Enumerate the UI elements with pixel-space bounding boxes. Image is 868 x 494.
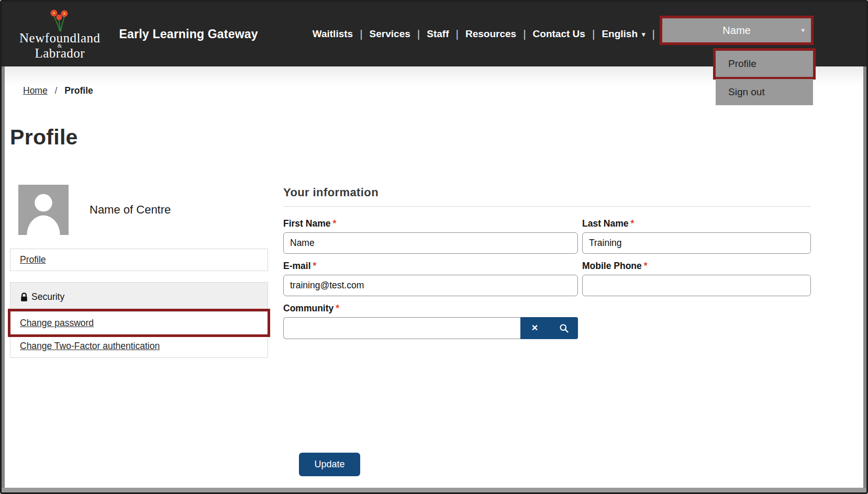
sidebar-item-profile[interactable]: Profile	[10, 249, 268, 271]
last-name-input[interactable]	[582, 232, 811, 254]
first-name-label: First Name*	[283, 218, 578, 229]
nav-separator: |	[652, 28, 655, 40]
browser-window: Newfoundland & Labrador Early Learning G…	[0, 0, 868, 494]
user-dropdown-menu: Profile Sign out	[716, 51, 813, 105]
user-menu-button[interactable]: Name ▾	[662, 18, 811, 42]
pitcher-plant-icon	[48, 8, 72, 31]
window-frame-left	[2, 66, 5, 492]
required-asterisk: *	[336, 303, 339, 313]
community-field-group: Community* ✕	[283, 303, 578, 339]
chevron-down-icon: ▾	[642, 31, 646, 38]
page-content: Home / Profile Profile Name of Centre Pr…	[2, 66, 866, 492]
avatar	[18, 185, 69, 235]
community-clear-button[interactable]: ✕	[520, 317, 549, 339]
menu-item-profile[interactable]: Profile	[716, 51, 813, 77]
breadcrumb: Home / Profile	[23, 85, 93, 96]
security-header-label: Security	[31, 291, 64, 302]
nav-item-waitlists[interactable]: Waitlists	[306, 28, 360, 40]
mobile-phone-field-group: Mobile Phone*	[582, 261, 811, 296]
email-field-group: E-mail*	[283, 261, 578, 296]
app-title: Early Learning Gateway	[119, 27, 258, 41]
clear-icon: ✕	[531, 324, 538, 332]
centre-name: Name of Centre	[90, 203, 171, 217]
lock-icon	[20, 293, 28, 302]
security-panel: Security Change password Change Two-Fact…	[10, 282, 268, 358]
required-asterisk: *	[631, 218, 635, 229]
nav-item-resources[interactable]: Resources	[459, 28, 523, 40]
email-field[interactable]	[283, 275, 578, 296]
profile-link[interactable]: Profile	[20, 254, 46, 265]
change-two-factor-link[interactable]: Change Two-Factor authentication	[20, 341, 160, 351]
profile-sidebar: Name of Centre Profile Security Change p…	[10, 185, 268, 358]
nl-government-logo[interactable]: Newfoundland & Labrador	[19, 8, 101, 60]
mobile-phone-label: Mobile Phone*	[582, 261, 811, 272]
nav-item-services[interactable]: Services	[363, 28, 417, 40]
sidebar-item-change-two-factor[interactable]: Change Two-Factor authentication	[10, 334, 268, 357]
section-divider	[283, 206, 811, 207]
user-menu-label: Name	[722, 25, 750, 36]
search-icon	[559, 323, 569, 333]
security-header: Security	[10, 283, 268, 311]
section-title: Your information	[283, 186, 811, 199]
breadcrumb-current: Profile	[64, 85, 93, 96]
form-fields: First Name* Last Name* E-mail*	[283, 218, 811, 346]
required-asterisk: *	[332, 218, 336, 229]
window-frame-right	[863, 66, 866, 492]
mobile-phone-input[interactable]	[582, 275, 811, 296]
centre-card: Name of Centre	[10, 185, 268, 235]
community-label: Community*	[283, 303, 578, 314]
nav-item-contact-us[interactable]: Contact Us	[526, 28, 592, 40]
chevron-down-icon: ▾	[801, 27, 805, 33]
first-name-field-group: First Name*	[283, 218, 578, 254]
community-lookup: ✕	[283, 317, 578, 339]
language-label: English	[602, 28, 638, 40]
required-asterisk: *	[313, 261, 317, 271]
menu-item-sign-out[interactable]: Sign out	[716, 79, 813, 105]
required-asterisk: *	[644, 261, 648, 271]
annotation-box-user-menu: Name ▾	[660, 16, 814, 45]
window-frame-bottom	[2, 488, 866, 492]
breadcrumb-separator: /	[55, 85, 58, 96]
nav-item-staff[interactable]: Staff	[420, 28, 455, 40]
sidebar-item-change-password[interactable]: Change password	[10, 311, 268, 334]
community-input[interactable]	[283, 317, 520, 339]
last-name-field-group: Last Name*	[582, 218, 811, 254]
breadcrumb-home-link[interactable]: Home	[23, 85, 48, 96]
email-label: E-mail*	[283, 261, 578, 272]
main-nav: Waitlists | Services | Staff | Resources…	[306, 28, 655, 40]
change-password-link[interactable]: Change password	[20, 318, 94, 328]
your-information-section: Your information First Name* Last Name*	[283, 186, 811, 346]
page-title: Profile	[10, 125, 78, 150]
last-name-label: Last Name*	[582, 218, 811, 229]
first-name-input[interactable]	[283, 232, 578, 254]
logo-line2: Labrador	[19, 47, 101, 60]
top-navbar: Newfoundland & Labrador Early Learning G…	[2, 2, 866, 66]
language-menu[interactable]: English ▾	[595, 28, 652, 40]
update-button[interactable]: Update	[299, 453, 360, 476]
community-search-button[interactable]	[549, 317, 578, 339]
